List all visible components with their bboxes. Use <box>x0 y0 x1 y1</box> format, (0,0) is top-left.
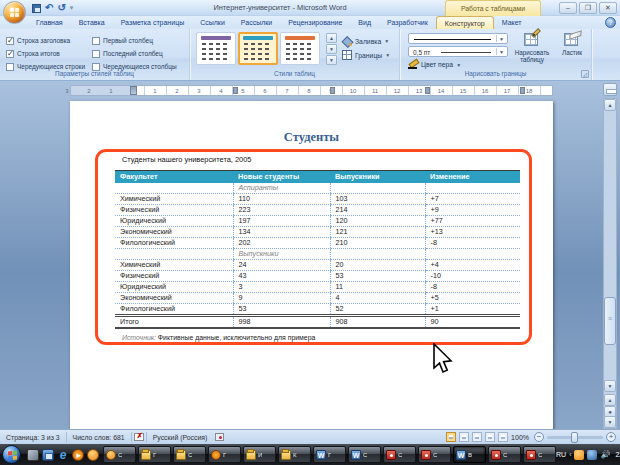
scroll-down-icon[interactable]: ▼ <box>604 380 616 392</box>
office-button[interactable] <box>3 1 26 24</box>
ribbon-tab[interactable]: Рецензирование <box>280 16 350 29</box>
ribbon-tab[interactable]: Конструктор <box>436 16 494 29</box>
red-icon <box>526 450 536 460</box>
browse-previous-icon[interactable]: ▲ <box>604 394 616 406</box>
start-button[interactable] <box>2 445 21 464</box>
ribbon-tab[interactable]: Разметка страницы <box>113 16 193 29</box>
page-indicator[interactable]: Страница: 3 из 3 <box>0 434 66 441</box>
line-weight-dropdown[interactable]: 0,5 пт ▼ <box>408 46 508 57</box>
line-style-dropdown[interactable]: ▼ <box>408 33 508 44</box>
gallery-more-icon[interactable]: ▼ <box>326 55 337 65</box>
zoom-out-icon[interactable]: − <box>534 432 544 442</box>
zoom-slider[interactable] <box>547 436 603 439</box>
volume-icon[interactable]: 🔊 <box>600 450 610 460</box>
style-option-checkbox[interactable]: Последний столбец <box>92 50 196 58</box>
gallery-up-icon[interactable]: ▲ <box>326 33 337 43</box>
taskbar-button[interactable]: Г <box>138 446 171 463</box>
minimize-button[interactable]: – <box>559 2 577 14</box>
taskbar-button[interactable]: WГ <box>313 446 346 463</box>
scrollbar-thumb[interactable] <box>604 297 616 345</box>
ribbon-tab[interactable]: Макет <box>494 16 530 29</box>
table-cell: 11 <box>330 281 425 292</box>
ribbon-tab[interactable]: Главная <box>28 16 71 29</box>
ruler-column-marker[interactable] <box>520 87 525 94</box>
zoom-level[interactable]: 100% <box>511 434 529 441</box>
ruler-toggle-button[interactable] <box>603 83 617 96</box>
word-count[interactable]: Число слов: 681 <box>67 434 131 441</box>
language-indicator[interactable]: Русский (Россия) <box>147 434 214 441</box>
taskbar-button[interactable]: С <box>383 446 416 463</box>
ribbon-tab[interactable]: Разработчик <box>379 16 436 29</box>
close-button[interactable]: ✕ <box>599 2 617 14</box>
taskbar-button[interactable]: И <box>243 446 276 463</box>
table-style-teal[interactable] <box>238 32 278 65</box>
qat-dropdown-icon[interactable]: ▾ <box>70 4 74 12</box>
zoom-in-icon[interactable]: + <box>606 432 616 442</box>
print-layout-view-icon[interactable] <box>446 432 456 442</box>
fullscreen-reading-view-icon[interactable] <box>459 432 469 442</box>
ribbon-tab[interactable]: Вид <box>350 16 379 29</box>
borders-button[interactable]: Границы ▼ <box>342 48 390 62</box>
taskbar-button[interactable]: К <box>278 446 311 463</box>
save-icon[interactable] <box>32 4 41 13</box>
tray-app-icon[interactable] <box>574 450 584 460</box>
table-cell: 223 <box>233 204 330 215</box>
ribbon-tab[interactable]: Ссылки <box>192 16 233 29</box>
browse-next-icon[interactable]: ▼ <box>604 416 616 428</box>
chevron-down-icon[interactable]: ▼ <box>496 35 506 42</box>
style-option-checkbox[interactable]: Строка заголовка <box>6 37 92 45</box>
switch-windows-icon[interactable] <box>42 449 54 461</box>
scroll-up-icon[interactable]: ▲ <box>604 99 616 111</box>
table-cell: +1 <box>425 303 520 315</box>
dialog-launcher-icon[interactable]: ◿ <box>581 70 589 78</box>
taskbar-button[interactable]: С <box>103 446 136 463</box>
page[interactable]: Студенты Студенты нашего университета, 2… <box>70 101 553 429</box>
web-layout-view-icon[interactable] <box>472 432 482 442</box>
indent-marker[interactable] <box>130 86 137 95</box>
proofing-status-icon[interactable] <box>134 433 144 441</box>
checkbox-label: Строка заголовка <box>17 37 70 44</box>
style-option-checkbox[interactable]: Строка итогов <box>6 50 92 58</box>
ruler-column-marker[interactable] <box>233 87 238 94</box>
help-icon[interactable]: ? <box>605 17 616 28</box>
taskbar: e СГСГИКWГWСССWВСС RU ‹ 🔊 22:55 <box>0 444 620 465</box>
table-style-purple[interactable] <box>196 32 236 65</box>
paint-bucket-icon <box>342 36 352 46</box>
shading-button[interactable]: Заливка ▼ <box>342 34 390 48</box>
outline-view-icon[interactable] <box>485 432 495 442</box>
ruler-column-marker[interactable] <box>330 87 335 94</box>
macro-record-icon[interactable] <box>215 433 224 441</box>
taskbar-button[interactable]: С <box>173 446 206 463</box>
undo-icon[interactable]: ↶ <box>45 3 53 13</box>
table-cell: 998 <box>233 315 330 328</box>
taskbar-button[interactable]: WС <box>348 446 381 463</box>
tray-app-icon[interactable] <box>587 450 597 460</box>
language-tray-indicator[interactable]: RU <box>556 451 566 458</box>
table-cell: +4 <box>425 259 520 270</box>
word-icon: W <box>351 450 361 460</box>
gallery-down-icon[interactable]: ▼ <box>326 44 337 54</box>
taskbar-button[interactable]: С <box>523 446 556 463</box>
style-option-checkbox[interactable]: Первый столбец <box>92 37 196 45</box>
redo-icon[interactable]: ↺ <box>57 3 65 13</box>
show-desktop-icon[interactable] <box>27 449 39 461</box>
draft-view-icon[interactable] <box>498 432 508 442</box>
chevron-down-icon[interactable]: ▼ <box>496 48 506 55</box>
students-table[interactable]: ФакультетНовые студентыВыпускникиИзменен… <box>115 170 520 329</box>
media-player-icon[interactable] <box>72 449 84 461</box>
ribbon-tab[interactable]: Рассылки <box>233 16 280 29</box>
taskbar-button[interactable]: Г <box>208 446 241 463</box>
taskbar-button[interactable]: С <box>418 446 451 463</box>
ruler-column-marker[interactable] <box>425 87 430 94</box>
vertical-scrollbar[interactable]: ▲ ▼ ▲ ● ▼ <box>603 98 617 429</box>
tray-expand-icon[interactable]: ‹ <box>569 451 571 458</box>
taskbar-button[interactable]: WВ <box>453 446 486 463</box>
taskbar-button[interactable]: С <box>488 446 521 463</box>
zoom-slider-thumb[interactable] <box>571 432 578 443</box>
restore-button[interactable]: ❐ <box>579 2 597 14</box>
messenger-icon[interactable] <box>87 449 99 461</box>
pen-color-button[interactable]: Цвет пера ▼ <box>408 60 461 69</box>
internet-explorer-icon[interactable]: e <box>57 449 69 461</box>
table-style-orange[interactable] <box>280 32 320 65</box>
ribbon-tab[interactable]: Вставка <box>71 16 113 29</box>
